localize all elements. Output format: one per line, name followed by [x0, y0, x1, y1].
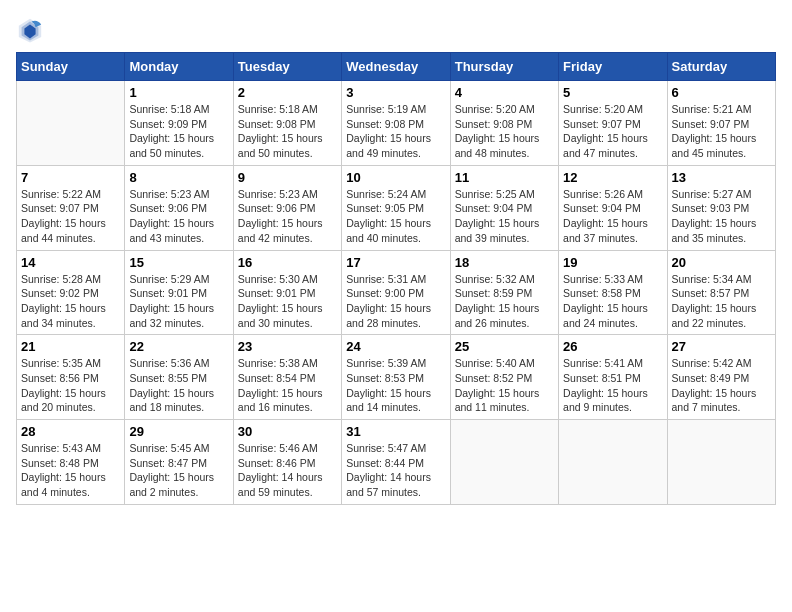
- day-info: Sunrise: 5:29 AM Sunset: 9:01 PM Dayligh…: [129, 272, 228, 331]
- day-number: 31: [346, 424, 445, 439]
- day-number: 10: [346, 170, 445, 185]
- day-number: 28: [21, 424, 120, 439]
- day-number: 11: [455, 170, 554, 185]
- calendar-cell: 16Sunrise: 5:30 AM Sunset: 9:01 PM Dayli…: [233, 250, 341, 335]
- day-number: 3: [346, 85, 445, 100]
- day-number: 24: [346, 339, 445, 354]
- calendar-cell: 30Sunrise: 5:46 AM Sunset: 8:46 PM Dayli…: [233, 420, 341, 505]
- calendar-cell: 13Sunrise: 5:27 AM Sunset: 9:03 PM Dayli…: [667, 165, 775, 250]
- day-info: Sunrise: 5:40 AM Sunset: 8:52 PM Dayligh…: [455, 356, 554, 415]
- calendar-header-monday: Monday: [125, 53, 233, 81]
- day-info: Sunrise: 5:23 AM Sunset: 9:06 PM Dayligh…: [129, 187, 228, 246]
- day-number: 14: [21, 255, 120, 270]
- day-number: 13: [672, 170, 771, 185]
- calendar-header-row: SundayMondayTuesdayWednesdayThursdayFrid…: [17, 53, 776, 81]
- calendar-cell: [450, 420, 558, 505]
- day-info: Sunrise: 5:33 AM Sunset: 8:58 PM Dayligh…: [563, 272, 662, 331]
- calendar-cell: 4Sunrise: 5:20 AM Sunset: 9:08 PM Daylig…: [450, 81, 558, 166]
- calendar-cell: 7Sunrise: 5:22 AM Sunset: 9:07 PM Daylig…: [17, 165, 125, 250]
- calendar-cell: 1Sunrise: 5:18 AM Sunset: 9:09 PM Daylig…: [125, 81, 233, 166]
- day-info: Sunrise: 5:42 AM Sunset: 8:49 PM Dayligh…: [672, 356, 771, 415]
- calendar-cell: 8Sunrise: 5:23 AM Sunset: 9:06 PM Daylig…: [125, 165, 233, 250]
- day-number: 7: [21, 170, 120, 185]
- day-number: 12: [563, 170, 662, 185]
- calendar-cell: 9Sunrise: 5:23 AM Sunset: 9:06 PM Daylig…: [233, 165, 341, 250]
- calendar-body: 1Sunrise: 5:18 AM Sunset: 9:09 PM Daylig…: [17, 81, 776, 505]
- day-number: 29: [129, 424, 228, 439]
- day-info: Sunrise: 5:23 AM Sunset: 9:06 PM Dayligh…: [238, 187, 337, 246]
- calendar-cell: 20Sunrise: 5:34 AM Sunset: 8:57 PM Dayli…: [667, 250, 775, 335]
- calendar-header-wednesday: Wednesday: [342, 53, 450, 81]
- calendar-cell: [667, 420, 775, 505]
- day-info: Sunrise: 5:39 AM Sunset: 8:53 PM Dayligh…: [346, 356, 445, 415]
- day-info: Sunrise: 5:18 AM Sunset: 9:09 PM Dayligh…: [129, 102, 228, 161]
- calendar-cell: 24Sunrise: 5:39 AM Sunset: 8:53 PM Dayli…: [342, 335, 450, 420]
- calendar-week-row: 21Sunrise: 5:35 AM Sunset: 8:56 PM Dayli…: [17, 335, 776, 420]
- calendar-cell: [559, 420, 667, 505]
- calendar-cell: 23Sunrise: 5:38 AM Sunset: 8:54 PM Dayli…: [233, 335, 341, 420]
- day-number: 5: [563, 85, 662, 100]
- calendar-week-row: 1Sunrise: 5:18 AM Sunset: 9:09 PM Daylig…: [17, 81, 776, 166]
- day-info: Sunrise: 5:28 AM Sunset: 9:02 PM Dayligh…: [21, 272, 120, 331]
- day-info: Sunrise: 5:43 AM Sunset: 8:48 PM Dayligh…: [21, 441, 120, 500]
- day-number: 19: [563, 255, 662, 270]
- calendar-week-row: 7Sunrise: 5:22 AM Sunset: 9:07 PM Daylig…: [17, 165, 776, 250]
- day-info: Sunrise: 5:36 AM Sunset: 8:55 PM Dayligh…: [129, 356, 228, 415]
- header: [16, 16, 776, 44]
- day-info: Sunrise: 5:45 AM Sunset: 8:47 PM Dayligh…: [129, 441, 228, 500]
- day-info: Sunrise: 5:27 AM Sunset: 9:03 PM Dayligh…: [672, 187, 771, 246]
- day-number: 4: [455, 85, 554, 100]
- calendar-cell: 17Sunrise: 5:31 AM Sunset: 9:00 PM Dayli…: [342, 250, 450, 335]
- day-number: 17: [346, 255, 445, 270]
- day-number: 2: [238, 85, 337, 100]
- calendar-cell: 12Sunrise: 5:26 AM Sunset: 9:04 PM Dayli…: [559, 165, 667, 250]
- day-info: Sunrise: 5:18 AM Sunset: 9:08 PM Dayligh…: [238, 102, 337, 161]
- day-number: 6: [672, 85, 771, 100]
- calendar-header-tuesday: Tuesday: [233, 53, 341, 81]
- day-number: 1: [129, 85, 228, 100]
- day-number: 26: [563, 339, 662, 354]
- calendar-table: SundayMondayTuesdayWednesdayThursdayFrid…: [16, 52, 776, 505]
- calendar-cell: 27Sunrise: 5:42 AM Sunset: 8:49 PM Dayli…: [667, 335, 775, 420]
- day-info: Sunrise: 5:35 AM Sunset: 8:56 PM Dayligh…: [21, 356, 120, 415]
- day-number: 8: [129, 170, 228, 185]
- day-number: 16: [238, 255, 337, 270]
- day-number: 30: [238, 424, 337, 439]
- calendar-cell: 18Sunrise: 5:32 AM Sunset: 8:59 PM Dayli…: [450, 250, 558, 335]
- calendar-week-row: 14Sunrise: 5:28 AM Sunset: 9:02 PM Dayli…: [17, 250, 776, 335]
- calendar-cell: 31Sunrise: 5:47 AM Sunset: 8:44 PM Dayli…: [342, 420, 450, 505]
- calendar-cell: 10Sunrise: 5:24 AM Sunset: 9:05 PM Dayli…: [342, 165, 450, 250]
- calendar-cell: 22Sunrise: 5:36 AM Sunset: 8:55 PM Dayli…: [125, 335, 233, 420]
- day-number: 21: [21, 339, 120, 354]
- day-number: 9: [238, 170, 337, 185]
- calendar-header-friday: Friday: [559, 53, 667, 81]
- day-info: Sunrise: 5:31 AM Sunset: 9:00 PM Dayligh…: [346, 272, 445, 331]
- day-info: Sunrise: 5:47 AM Sunset: 8:44 PM Dayligh…: [346, 441, 445, 500]
- calendar-cell: [17, 81, 125, 166]
- day-info: Sunrise: 5:46 AM Sunset: 8:46 PM Dayligh…: [238, 441, 337, 500]
- day-info: Sunrise: 5:20 AM Sunset: 9:08 PM Dayligh…: [455, 102, 554, 161]
- calendar-header-saturday: Saturday: [667, 53, 775, 81]
- calendar-cell: 3Sunrise: 5:19 AM Sunset: 9:08 PM Daylig…: [342, 81, 450, 166]
- day-info: Sunrise: 5:34 AM Sunset: 8:57 PM Dayligh…: [672, 272, 771, 331]
- day-info: Sunrise: 5:41 AM Sunset: 8:51 PM Dayligh…: [563, 356, 662, 415]
- calendar-header-thursday: Thursday: [450, 53, 558, 81]
- day-info: Sunrise: 5:21 AM Sunset: 9:07 PM Dayligh…: [672, 102, 771, 161]
- calendar-cell: 29Sunrise: 5:45 AM Sunset: 8:47 PM Dayli…: [125, 420, 233, 505]
- day-info: Sunrise: 5:30 AM Sunset: 9:01 PM Dayligh…: [238, 272, 337, 331]
- logo: [16, 16, 48, 44]
- calendar-cell: 14Sunrise: 5:28 AM Sunset: 9:02 PM Dayli…: [17, 250, 125, 335]
- day-number: 20: [672, 255, 771, 270]
- calendar-header-sunday: Sunday: [17, 53, 125, 81]
- day-info: Sunrise: 5:22 AM Sunset: 9:07 PM Dayligh…: [21, 187, 120, 246]
- calendar-cell: 28Sunrise: 5:43 AM Sunset: 8:48 PM Dayli…: [17, 420, 125, 505]
- day-info: Sunrise: 5:32 AM Sunset: 8:59 PM Dayligh…: [455, 272, 554, 331]
- calendar-week-row: 28Sunrise: 5:43 AM Sunset: 8:48 PM Dayli…: [17, 420, 776, 505]
- day-info: Sunrise: 5:24 AM Sunset: 9:05 PM Dayligh…: [346, 187, 445, 246]
- day-info: Sunrise: 5:38 AM Sunset: 8:54 PM Dayligh…: [238, 356, 337, 415]
- calendar-cell: 26Sunrise: 5:41 AM Sunset: 8:51 PM Dayli…: [559, 335, 667, 420]
- calendar-cell: 15Sunrise: 5:29 AM Sunset: 9:01 PM Dayli…: [125, 250, 233, 335]
- day-info: Sunrise: 5:26 AM Sunset: 9:04 PM Dayligh…: [563, 187, 662, 246]
- day-info: Sunrise: 5:19 AM Sunset: 9:08 PM Dayligh…: [346, 102, 445, 161]
- day-number: 23: [238, 339, 337, 354]
